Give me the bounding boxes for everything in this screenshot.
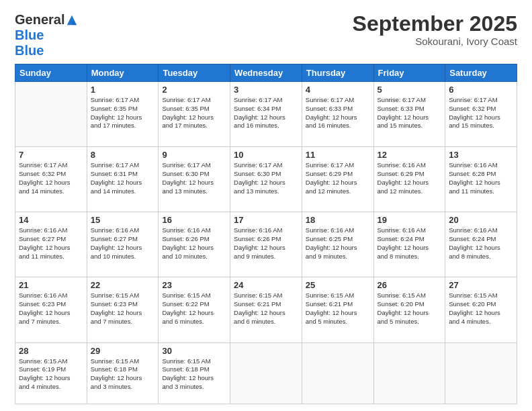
- calendar-cell: [230, 342, 302, 404]
- calendar-cell: 12Sunrise: 6:16 AM Sunset: 6:29 PM Dayli…: [373, 147, 445, 212]
- calendar-cell: 9Sunrise: 6:17 AM Sunset: 6:30 PM Daylig…: [159, 147, 230, 212]
- day-info: Sunrise: 6:17 AM Sunset: 6:33 PM Dayligh…: [378, 96, 442, 130]
- month-year: September 2025: [353, 12, 517, 36]
- weekday-header-row: Sunday Monday Tuesday Wednesday Thursday…: [15, 64, 517, 82]
- calendar-cell: 26Sunrise: 6:15 AM Sunset: 6:20 PM Dayli…: [373, 277, 445, 342]
- calendar-cell: 27Sunrise: 6:15 AM Sunset: 6:20 PM Dayli…: [445, 277, 517, 342]
- header-wednesday: Wednesday: [230, 64, 302, 82]
- day-info: Sunrise: 6:17 AM Sunset: 6:34 PM Dayligh…: [234, 96, 298, 130]
- calendar-cell: [445, 342, 517, 404]
- day-number: 16: [162, 215, 226, 225]
- day-info: Sunrise: 6:15 AM Sunset: 6:19 PM Dayligh…: [19, 357, 83, 392]
- day-number: 30: [162, 346, 226, 356]
- logo-blue: Blue: [15, 43, 44, 58]
- day-info: Sunrise: 6:17 AM Sunset: 6:30 PM Dayligh…: [162, 161, 226, 195]
- day-number: 26: [378, 280, 442, 290]
- header-sunday: Sunday: [15, 64, 87, 82]
- header-saturday: Saturday: [445, 64, 517, 82]
- day-info: Sunrise: 6:15 AM Sunset: 6:21 PM Dayligh…: [234, 291, 298, 326]
- month-title: September 2025 Sokourani, Ivory Coast: [353, 12, 517, 47]
- day-number: 15: [91, 215, 155, 225]
- calendar-cell: 11Sunrise: 6:17 AM Sunset: 6:29 PM Dayli…: [302, 147, 373, 212]
- calendar-cell: 10Sunrise: 6:17 AM Sunset: 6:30 PM Dayli…: [230, 147, 302, 212]
- day-info: Sunrise: 6:16 AM Sunset: 6:23 PM Dayligh…: [19, 291, 83, 326]
- day-number: 12: [378, 150, 442, 160]
- calendar-cell: 7Sunrise: 6:17 AM Sunset: 6:32 PM Daylig…: [15, 147, 87, 212]
- day-number: 23: [162, 280, 226, 290]
- day-info: Sunrise: 6:16 AM Sunset: 6:29 PM Dayligh…: [378, 161, 442, 195]
- calendar-cell: 22Sunrise: 6:15 AM Sunset: 6:23 PM Dayli…: [87, 277, 159, 342]
- day-info: Sunrise: 6:16 AM Sunset: 6:24 PM Dayligh…: [449, 226, 513, 261]
- calendar-cell: 6Sunrise: 6:17 AM Sunset: 6:32 PM Daylig…: [445, 82, 517, 147]
- calendar-cell: [302, 342, 373, 404]
- day-number: 25: [306, 280, 370, 290]
- day-number: 5: [378, 85, 442, 95]
- calendar-cell: 1Sunrise: 6:17 AM Sunset: 6:35 PM Daylig…: [87, 82, 159, 147]
- day-number: 27: [449, 280, 513, 290]
- calendar-cell: 19Sunrise: 6:16 AM Sunset: 6:24 PM Dayli…: [373, 212, 445, 277]
- calendar-cell: 5Sunrise: 6:17 AM Sunset: 6:33 PM Daylig…: [373, 82, 445, 147]
- day-number: 18: [306, 215, 370, 225]
- day-info: Sunrise: 6:15 AM Sunset: 6:22 PM Dayligh…: [162, 291, 226, 326]
- calendar-cell: 8Sunrise: 6:17 AM Sunset: 6:31 PM Daylig…: [87, 147, 159, 212]
- calendar-cell: 16Sunrise: 6:16 AM Sunset: 6:26 PM Dayli…: [159, 212, 230, 277]
- calendar-cell: [15, 82, 87, 147]
- calendar-body: 1Sunrise: 6:17 AM Sunset: 6:35 PM Daylig…: [15, 82, 517, 404]
- day-info: Sunrise: 6:16 AM Sunset: 6:26 PM Dayligh…: [234, 226, 298, 261]
- day-number: 21: [19, 280, 83, 290]
- day-number: 3: [234, 85, 298, 95]
- calendar-cell: 30Sunrise: 6:15 AM Sunset: 6:18 PM Dayli…: [159, 342, 230, 404]
- calendar-cell: 29Sunrise: 6:15 AM Sunset: 6:18 PM Dayli…: [87, 342, 159, 404]
- calendar-cell: 25Sunrise: 6:15 AM Sunset: 6:21 PM Dayli…: [302, 277, 373, 342]
- header-tuesday: Tuesday: [159, 64, 230, 82]
- day-number: 10: [234, 150, 298, 160]
- day-number: 11: [306, 150, 370, 160]
- header-friday: Friday: [373, 64, 445, 82]
- calendar-cell: 2Sunrise: 6:17 AM Sunset: 6:35 PM Daylig…: [159, 82, 230, 147]
- calendar-cell: 13Sunrise: 6:16 AM Sunset: 6:28 PM Dayli…: [445, 147, 517, 212]
- day-number: 13: [449, 150, 513, 160]
- location: Sokourani, Ivory Coast: [353, 36, 517, 47]
- header: General Blue Blue September 2025 Sokoura…: [15, 12, 517, 58]
- calendar-cell: 21Sunrise: 6:16 AM Sunset: 6:23 PM Dayli…: [15, 277, 87, 342]
- logo-icon: [66, 14, 78, 26]
- calendar-cell: 15Sunrise: 6:16 AM Sunset: 6:27 PM Dayli…: [87, 212, 159, 277]
- header-monday: Monday: [87, 64, 159, 82]
- day-info: Sunrise: 6:17 AM Sunset: 6:32 PM Dayligh…: [449, 96, 513, 130]
- day-info: Sunrise: 6:17 AM Sunset: 6:29 PM Dayligh…: [306, 161, 370, 195]
- logo-text: General: [15, 12, 78, 28]
- day-number: 2: [162, 85, 226, 95]
- day-info: Sunrise: 6:17 AM Sunset: 6:35 PM Dayligh…: [91, 96, 155, 130]
- day-number: 9: [162, 150, 226, 160]
- day-info: Sunrise: 6:16 AM Sunset: 6:25 PM Dayligh…: [306, 226, 370, 261]
- day-number: 4: [306, 85, 370, 95]
- day-info: Sunrise: 6:15 AM Sunset: 6:18 PM Dayligh…: [162, 357, 226, 392]
- day-number: 24: [234, 280, 298, 290]
- calendar-cell: 14Sunrise: 6:16 AM Sunset: 6:27 PM Dayli…: [15, 212, 87, 277]
- day-number: 14: [19, 215, 83, 225]
- day-info: Sunrise: 6:16 AM Sunset: 6:26 PM Dayligh…: [162, 226, 226, 261]
- day-number: 6: [449, 85, 513, 95]
- day-number: 7: [19, 150, 83, 160]
- day-info: Sunrise: 6:15 AM Sunset: 6:23 PM Dayligh…: [91, 291, 155, 326]
- calendar-cell: 23Sunrise: 6:15 AM Sunset: 6:22 PM Dayli…: [159, 277, 230, 342]
- day-info: Sunrise: 6:17 AM Sunset: 6:35 PM Dayligh…: [162, 96, 226, 130]
- day-info: Sunrise: 6:16 AM Sunset: 6:28 PM Dayligh…: [449, 161, 513, 195]
- day-number: 8: [91, 150, 155, 160]
- day-info: Sunrise: 6:17 AM Sunset: 6:32 PM Dayligh…: [19, 161, 83, 195]
- logo-blue: Blue: [15, 28, 44, 43]
- calendar: Sunday Monday Tuesday Wednesday Thursday…: [15, 64, 517, 404]
- day-info: Sunrise: 6:17 AM Sunset: 6:31 PM Dayligh…: [91, 161, 155, 195]
- day-number: 29: [91, 346, 155, 356]
- day-info: Sunrise: 6:17 AM Sunset: 6:30 PM Dayligh…: [234, 161, 298, 195]
- calendar-cell: 18Sunrise: 6:16 AM Sunset: 6:25 PM Dayli…: [302, 212, 373, 277]
- day-number: 22: [91, 280, 155, 290]
- day-info: Sunrise: 6:15 AM Sunset: 6:21 PM Dayligh…: [306, 291, 370, 326]
- day-info: Sunrise: 6:17 AM Sunset: 6:33 PM Dayligh…: [306, 96, 370, 130]
- header-thursday: Thursday: [302, 64, 373, 82]
- day-number: 17: [234, 215, 298, 225]
- calendar-cell: 20Sunrise: 6:16 AM Sunset: 6:24 PM Dayli…: [445, 212, 517, 277]
- day-info: Sunrise: 6:16 AM Sunset: 6:27 PM Dayligh…: [19, 226, 83, 261]
- day-number: 20: [449, 215, 513, 225]
- day-info: Sunrise: 6:15 AM Sunset: 6:20 PM Dayligh…: [449, 291, 513, 326]
